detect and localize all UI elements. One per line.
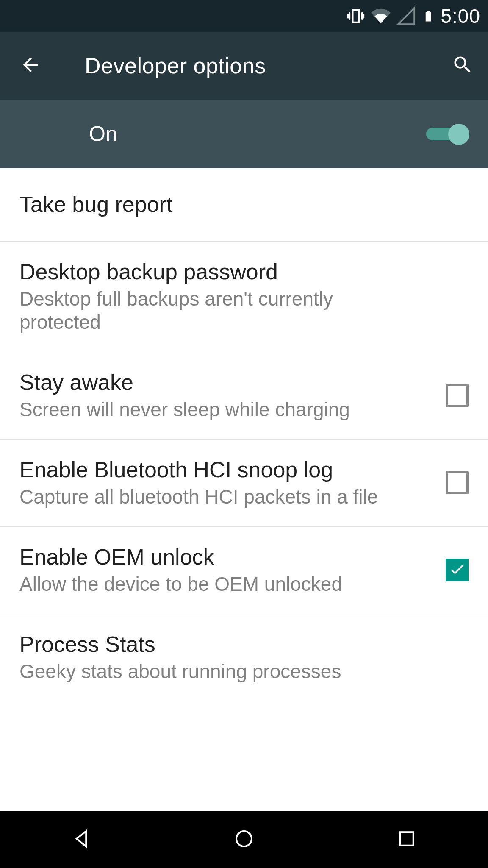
status-bar: 5:00: [0, 0, 488, 32]
nav-back-button[interactable]: [39, 827, 124, 852]
svg-point-0: [236, 831, 252, 846]
search-icon: [452, 54, 474, 78]
item-title: Desktop backup password: [19, 259, 456, 285]
status-clock: 5:00: [441, 5, 480, 28]
navigation-bar: [0, 811, 488, 868]
back-button[interactable]: [8, 54, 72, 78]
check-icon: [449, 561, 466, 579]
svg-rect-1: [400, 832, 413, 846]
item-title: Take bug report: [19, 186, 456, 223]
wifi-icon: [371, 6, 391, 26]
battery-icon: [422, 6, 435, 26]
vibrate-icon: [347, 7, 365, 25]
item-bug-report[interactable]: Take bug report: [0, 168, 488, 242]
checkbox-stay-awake[interactable]: [446, 384, 469, 407]
checkbox-hci-snoop[interactable]: [446, 471, 469, 494]
cell-signal-icon: [396, 6, 416, 26]
item-title: Process Stats: [19, 632, 456, 657]
item-subtitle: Desktop full backups aren't currently pr…: [19, 287, 392, 334]
item-desktop-backup[interactable]: Desktop backup password Desktop full bac…: [0, 242, 488, 352]
page-title: Developer options: [72, 53, 446, 78]
item-title: Stay awake: [19, 370, 433, 395]
item-process-stats[interactable]: Process Stats Geeky stats about running …: [0, 614, 488, 701]
nav-back-icon: [70, 827, 93, 852]
master-toggle-row[interactable]: On: [0, 100, 488, 168]
item-hci-snoop[interactable]: Enable Bluetooth HCI snoop log Capture a…: [0, 440, 488, 527]
item-subtitle: Screen will never sleep while charging: [19, 398, 392, 421]
app-bar: Developer options: [0, 32, 488, 100]
item-oem-unlock[interactable]: Enable OEM unlock Allow the device to be…: [0, 527, 488, 614]
master-toggle-switch[interactable]: [426, 125, 469, 143]
item-subtitle: Allow the device to be OEM unlocked: [19, 573, 392, 596]
nav-recents-button[interactable]: [364, 827, 449, 852]
nav-recents-icon: [395, 827, 418, 852]
search-button[interactable]: [446, 54, 480, 78]
item-title: Enable OEM unlock: [19, 545, 433, 570]
settings-list: Take bug report Desktop backup password …: [0, 168, 488, 811]
arrow-left-icon: [19, 54, 42, 78]
nav-home-icon: [233, 827, 255, 852]
master-toggle-label: On: [89, 122, 426, 146]
nav-home-button[interactable]: [202, 827, 286, 852]
item-subtitle: Capture all bluetooth HCI packets in a f…: [19, 485, 392, 509]
switch-thumb: [448, 124, 469, 145]
item-stay-awake[interactable]: Stay awake Screen will never sleep while…: [0, 352, 488, 440]
item-title: Enable Bluetooth HCI snoop log: [19, 457, 433, 483]
item-subtitle: Geeky stats about running processes: [19, 660, 392, 683]
checkbox-oem-unlock[interactable]: [446, 559, 469, 581]
